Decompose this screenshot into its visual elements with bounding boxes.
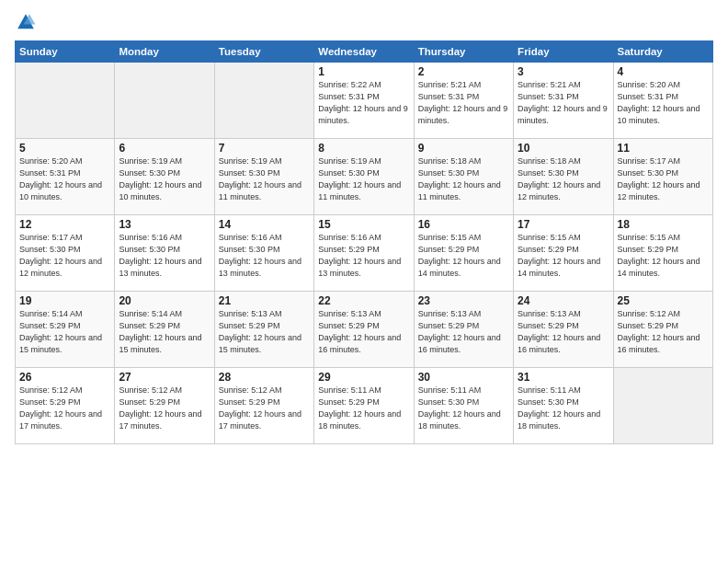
day-number: 7 (219, 142, 310, 155)
day-number: 15 (318, 218, 409, 231)
calendar-cell: 29Sunrise: 5:11 AMSunset: 5:29 PMDayligh… (314, 368, 414, 444)
calendar-cell: 25Sunrise: 5:12 AMSunset: 5:29 PMDayligh… (613, 292, 712, 368)
calendar-cell: 22Sunrise: 5:13 AMSunset: 5:29 PMDayligh… (314, 292, 414, 368)
day-info: Sunrise: 5:13 AMSunset: 5:29 PMDaylight:… (219, 308, 310, 356)
calendar-cell: 30Sunrise: 5:11 AMSunset: 5:30 PMDayligh… (414, 368, 513, 444)
calendar-cell: 21Sunrise: 5:13 AMSunset: 5:29 PMDayligh… (214, 292, 313, 368)
day-info: Sunrise: 5:19 AMSunset: 5:30 PMDaylight:… (119, 155, 210, 203)
calendar-week-3: 12Sunrise: 5:17 AMSunset: 5:30 PMDayligh… (16, 215, 713, 292)
calendar-weekday-saturday: Saturday (613, 41, 712, 63)
calendar-cell: 26Sunrise: 5:12 AMSunset: 5:29 PMDayligh… (16, 368, 115, 444)
calendar-weekday-monday: Monday (115, 41, 214, 63)
day-info: Sunrise: 5:11 AMSunset: 5:30 PMDaylight:… (518, 385, 609, 432)
day-info: Sunrise: 5:19 AMSunset: 5:30 PMDaylight:… (219, 155, 310, 203)
day-info: Sunrise: 5:17 AMSunset: 5:30 PMDaylight:… (618, 155, 709, 203)
day-info: Sunrise: 5:13 AMSunset: 5:29 PMDaylight:… (318, 308, 409, 356)
day-number: 18 (618, 218, 709, 231)
day-number: 20 (119, 294, 210, 307)
day-info: Sunrise: 5:12 AMSunset: 5:29 PMDaylight:… (119, 385, 210, 432)
calendar-cell: 13Sunrise: 5:16 AMSunset: 5:30 PMDayligh… (115, 215, 214, 292)
logo-icon (15, 11, 37, 33)
day-number: 23 (418, 294, 509, 307)
day-number: 3 (518, 65, 609, 78)
calendar-cell: 9Sunrise: 5:18 AMSunset: 5:30 PMDaylight… (414, 139, 513, 215)
calendar-week-2: 5Sunrise: 5:20 AMSunset: 5:31 PMDaylight… (16, 139, 713, 215)
day-number: 24 (518, 294, 609, 307)
calendar-cell: 11Sunrise: 5:17 AMSunset: 5:30 PMDayligh… (613, 139, 712, 215)
day-number: 2 (418, 65, 509, 78)
calendar-cell: 15Sunrise: 5:16 AMSunset: 5:29 PMDayligh… (314, 215, 414, 292)
day-number: 14 (219, 218, 310, 231)
day-info: Sunrise: 5:16 AMSunset: 5:29 PMDaylight:… (318, 232, 409, 280)
day-info: Sunrise: 5:12 AMSunset: 5:29 PMDaylight:… (19, 385, 110, 432)
calendar-weekday-thursday: Thursday (414, 41, 513, 63)
calendar-weekday-tuesday: Tuesday (214, 41, 313, 63)
header (15, 11, 713, 33)
calendar-cell (214, 63, 313, 139)
day-number: 22 (318, 294, 409, 307)
day-info: Sunrise: 5:12 AMSunset: 5:29 PMDaylight:… (618, 308, 709, 356)
day-number: 9 (418, 142, 509, 155)
calendar-cell: 19Sunrise: 5:14 AMSunset: 5:29 PMDayligh… (16, 292, 115, 368)
day-number: 4 (618, 65, 709, 78)
calendar-cell: 6Sunrise: 5:19 AMSunset: 5:30 PMDaylight… (115, 139, 214, 215)
day-number: 16 (418, 218, 509, 231)
calendar-cell (16, 63, 115, 139)
calendar-header-row: SundayMondayTuesdayWednesdayThursdayFrid… (16, 41, 713, 63)
day-info: Sunrise: 5:12 AMSunset: 5:29 PMDaylight:… (219, 385, 310, 432)
calendar-cell (115, 63, 214, 139)
day-info: Sunrise: 5:18 AMSunset: 5:30 PMDaylight:… (518, 155, 609, 203)
calendar-cell (613, 368, 712, 444)
calendar-week-4: 19Sunrise: 5:14 AMSunset: 5:29 PMDayligh… (16, 292, 713, 368)
day-number: 13 (119, 218, 210, 231)
day-info: Sunrise: 5:16 AMSunset: 5:30 PMDaylight:… (119, 232, 210, 280)
day-number: 17 (518, 218, 609, 231)
day-number: 6 (119, 142, 210, 155)
day-info: Sunrise: 5:11 AMSunset: 5:29 PMDaylight:… (318, 385, 409, 432)
day-info: Sunrise: 5:20 AMSunset: 5:31 PMDaylight:… (618, 79, 709, 127)
calendar-cell: 14Sunrise: 5:16 AMSunset: 5:30 PMDayligh… (214, 215, 313, 292)
calendar-cell: 5Sunrise: 5:20 AMSunset: 5:31 PMDaylight… (16, 139, 115, 215)
day-number: 1 (318, 65, 409, 78)
calendar-cell: 10Sunrise: 5:18 AMSunset: 5:30 PMDayligh… (514, 139, 613, 215)
day-number: 30 (418, 371, 509, 384)
day-number: 19 (19, 294, 110, 307)
calendar-cell: 8Sunrise: 5:19 AMSunset: 5:30 PMDaylight… (314, 139, 414, 215)
day-info: Sunrise: 5:21 AMSunset: 5:31 PMDaylight:… (518, 79, 609, 127)
day-info: Sunrise: 5:15 AMSunset: 5:29 PMDaylight:… (618, 232, 709, 280)
calendar-cell: 24Sunrise: 5:13 AMSunset: 5:29 PMDayligh… (514, 292, 613, 368)
day-number: 10 (518, 142, 609, 155)
day-number: 26 (19, 371, 110, 384)
calendar-weekday-sunday: Sunday (16, 41, 115, 63)
calendar-week-5: 26Sunrise: 5:12 AMSunset: 5:29 PMDayligh… (16, 368, 713, 444)
calendar-cell: 3Sunrise: 5:21 AMSunset: 5:31 PMDaylight… (514, 63, 613, 139)
logo (15, 11, 40, 33)
calendar-cell: 2Sunrise: 5:21 AMSunset: 5:31 PMDaylight… (414, 63, 513, 139)
calendar-cell: 16Sunrise: 5:15 AMSunset: 5:29 PMDayligh… (414, 215, 513, 292)
day-info: Sunrise: 5:21 AMSunset: 5:31 PMDaylight:… (418, 79, 509, 127)
day-info: Sunrise: 5:15 AMSunset: 5:29 PMDaylight:… (518, 232, 609, 280)
calendar-cell: 17Sunrise: 5:15 AMSunset: 5:29 PMDayligh… (514, 215, 613, 292)
day-number: 29 (318, 371, 409, 384)
day-number: 27 (119, 371, 210, 384)
day-info: Sunrise: 5:18 AMSunset: 5:30 PMDaylight:… (418, 155, 509, 203)
day-number: 31 (518, 371, 609, 384)
calendar-cell: 20Sunrise: 5:14 AMSunset: 5:29 PMDayligh… (115, 292, 214, 368)
day-number: 5 (19, 142, 110, 155)
day-info: Sunrise: 5:14 AMSunset: 5:29 PMDaylight:… (119, 308, 210, 356)
calendar-weekday-wednesday: Wednesday (314, 41, 414, 63)
day-info: Sunrise: 5:20 AMSunset: 5:31 PMDaylight:… (19, 155, 110, 203)
calendar-weekday-friday: Friday (514, 41, 613, 63)
calendar-cell: 12Sunrise: 5:17 AMSunset: 5:30 PMDayligh… (16, 215, 115, 292)
day-info: Sunrise: 5:15 AMSunset: 5:29 PMDaylight:… (418, 232, 509, 280)
day-number: 28 (219, 371, 310, 384)
calendar-cell: 27Sunrise: 5:12 AMSunset: 5:29 PMDayligh… (115, 368, 214, 444)
day-info: Sunrise: 5:13 AMSunset: 5:29 PMDaylight:… (418, 308, 509, 356)
day-info: Sunrise: 5:16 AMSunset: 5:30 PMDaylight:… (219, 232, 310, 280)
calendar-cell: 1Sunrise: 5:22 AMSunset: 5:31 PMDaylight… (314, 63, 414, 139)
day-info: Sunrise: 5:11 AMSunset: 5:30 PMDaylight:… (418, 385, 509, 432)
page: SundayMondayTuesdayWednesdayThursdayFrid… (0, 0, 728, 563)
calendar-cell: 7Sunrise: 5:19 AMSunset: 5:30 PMDaylight… (214, 139, 313, 215)
day-number: 8 (318, 142, 409, 155)
day-number: 21 (219, 294, 310, 307)
